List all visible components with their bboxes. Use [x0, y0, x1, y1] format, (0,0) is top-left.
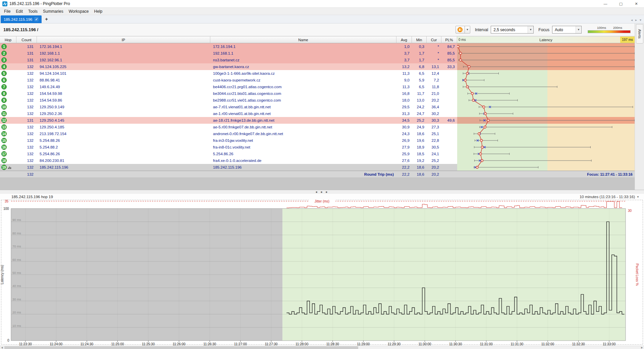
min-cell: 6,5 — [412, 70, 427, 77]
count-cell: 131 — [16, 43, 37, 50]
svg-text:30 ms: 30 ms — [12, 297, 21, 301]
svg-text:80 ms: 80 ms — [12, 231, 21, 235]
minimize-button[interactable]: — — [598, 0, 613, 8]
hop-cell: 8 — [0, 90, 16, 97]
trace-row-hop-7[interactable]: 7132149.6.24.49be4406.ccr21.prg01.atlas.… — [0, 83, 635, 90]
svg-text:60 ms: 60 ms — [12, 258, 21, 261]
hop-number-badge: 3 — [1, 57, 7, 63]
column-name[interactable]: Name — [210, 36, 396, 43]
latency-scale-max: 197 ms — [620, 37, 635, 43]
menu-summaries[interactable]: Summaries — [40, 8, 66, 15]
name-cell: be4406.ccr21.prg01.atlas.cogentco.com — [210, 83, 396, 90]
svg-text:11:30:00: 11:30:00 — [418, 342, 431, 346]
alerts-side-tab[interactable]: Alerts — [636, 24, 643, 44]
hop-number-badge: 9 — [1, 98, 7, 103]
latency-timeline-chart[interactable]: 10 ms20 ms30 ms40 ms50 ms60 ms70 ms80 ms… — [0, 200, 644, 346]
column-min[interactable]: Min — [412, 36, 427, 43]
name-cell: ae-18.r21.frnkge13.de.bb.gin.ntt.net — [210, 117, 396, 124]
menu-workspace[interactable]: Workspace — [66, 8, 92, 15]
trace-row-hop-14[interactable]: 14132213.198.72.154andronet-0.r00.frnkge… — [0, 130, 635, 137]
tab-list-dropdown-icon[interactable]: ▾ — [640, 18, 641, 22]
name-cell: fra-in8-01c.voxility.net — [210, 144, 396, 151]
hop-cell: 15 — [0, 137, 16, 144]
latency-cell — [457, 144, 635, 151]
tab-nav-controls: ◂ ▸ ▾ — [631, 18, 644, 23]
close-button[interactable]: ✕ — [629, 0, 644, 8]
pl-cell — [441, 90, 457, 97]
trace-row-hop-19[interactable]: 19132185.242.115.196185.242.115.19622,21… — [0, 164, 635, 171]
avg-cell: 1,0 — [396, 43, 412, 50]
trace-row-hop-10[interactable]: 10132129.250.9.149ae-7.r01.vienat01.at.b… — [0, 104, 635, 110]
maximize-button[interactable]: ▢ — [613, 0, 629, 8]
scroll-right-arrow-icon[interactable]: ▶ — [640, 346, 644, 349]
svg-text:40 ms: 40 ms — [12, 284, 21, 288]
round-trip-summary-row[interactable]: 132 Round Trip (ms) 22,2 18,6 20,2 Focus… — [0, 171, 635, 177]
panel-splitter[interactable]: ● ● ● — [0, 190, 644, 194]
trace-row-hop-3[interactable]: 3131192.162.96.1ns3.bartanet.cz3,71,7*85… — [0, 57, 635, 63]
trace-row-hop-1[interactable]: 1131172.16.194.1172.16.194.11,00,3*84,7 — [0, 43, 635, 50]
cur-cell: 20,2 — [427, 97, 441, 104]
avg-cell: 25,9 — [396, 151, 412, 157]
tab-scroll-right-icon[interactable]: ▸ — [635, 18, 637, 22]
scrollbar-thumb[interactable] — [4, 346, 358, 349]
check-icon: ✓ — [34, 17, 39, 21]
pause-dropdown-button[interactable]: ▼ — [465, 26, 470, 34]
name-cell: ae-1.r00.vienat01.at.bb.gin.ntt.net — [210, 110, 396, 117]
trace-row-hop-17[interactable]: 171325.254.86.265.254.86.2625,918,524,1 — [0, 151, 635, 157]
trace-row-hop-16[interactable]: 161325.254.88.2fra-in8-01c.voxility.net2… — [0, 144, 635, 151]
column-hop[interactable]: Hop — [0, 36, 16, 43]
trace-row-hop-18[interactable]: 1813284.200.230.81fra4.xe-0-1-0.accelera… — [0, 157, 635, 164]
column-pl[interactable]: PL% — [441, 36, 457, 43]
interval-label: Interval — [475, 27, 488, 32]
column-count[interactable]: Count — [16, 36, 37, 43]
scroll-left-arrow-icon[interactable]: ◀ — [0, 346, 4, 349]
latency-cell — [457, 57, 635, 63]
latency-cell — [457, 63, 635, 70]
interval-select[interactable]: 2,5 seconds ▼ — [491, 26, 534, 34]
pl-cell: 33,3 — [441, 63, 457, 70]
svg-text:Jitter (ms): Jitter (ms) — [315, 200, 329, 203]
graphed-hop-icon — [8, 166, 11, 169]
svg-text:Latency (ms): Latency (ms) — [0, 265, 4, 284]
min-cell: 24,9 — [412, 124, 427, 130]
column-ip[interactable]: IP — [37, 36, 210, 43]
trace-row-hop-11[interactable]: 11132129.250.2.36ae-1.r00.vienat01.at.bb… — [0, 110, 635, 117]
trace-row-hop-15[interactable]: 151325.254.88.26fra-in3-01gw.voxility.ne… — [0, 137, 635, 144]
min-cell: 18,6 — [412, 164, 427, 171]
menu-edit[interactable]: Edit — [13, 8, 25, 15]
horizontal-scrollbar[interactable]: ◀ ▶ — [0, 346, 644, 349]
tab-target[interactable]: 185.242.115.196 ✓ — [1, 15, 42, 23]
new-tab-button[interactable]: + — [43, 16, 50, 22]
pl-cell — [441, 110, 457, 117]
trace-row-hop-12[interactable]: 12131129.250.4.145ae-18.r21.frnkge13.de.… — [0, 117, 635, 124]
menu-tools[interactable]: Tools — [25, 8, 40, 15]
focus-select[interactable]: Auto ▼ — [552, 26, 582, 34]
trace-row-hop-5[interactable]: 513294.124.104.101100ge3-1-1-666.asr9k-s… — [0, 70, 635, 77]
time-range-select[interactable]: 10 minutes (11:23:16 - 11:33:16) ▼ — [580, 195, 639, 199]
menu-help[interactable]: Help — [92, 8, 105, 15]
min-cell: 24,2 — [412, 104, 427, 110]
svg-text:11:26:00: 11:26:00 — [173, 342, 186, 346]
pl-cell — [441, 77, 457, 83]
trace-row-hop-13[interactable]: 13132129.250.4.185ae-5.r00.frnkge07.de.b… — [0, 124, 635, 130]
ip-cell: 88.86.98.41 — [37, 77, 210, 83]
menu-file[interactable]: File — [1, 8, 13, 15]
min-cell: 25,2 — [412, 117, 427, 124]
trace-row-hop-4[interactable]: 413294.124.105.225gw-bartanet.kaora.cz13… — [0, 63, 635, 70]
column-cur[interactable]: Cur — [427, 36, 441, 43]
name-cell: fra4.xe-0-1-0.accelerated.de — [210, 157, 396, 164]
trace-row-hop-9[interactable]: 9132154.54.59.86be2988.ccr51.vie01.atlas… — [0, 97, 635, 104]
trace-row-hop-8[interactable]: 8132154.54.59.98be3044.ccr21.bts01.atlas… — [0, 90, 635, 97]
latency-cell — [457, 157, 635, 164]
avg-cell: 18,0 — [396, 97, 412, 104]
tab-scroll-left-icon[interactable]: ◂ — [631, 18, 633, 22]
svg-text:11:31:00: 11:31:00 — [480, 342, 493, 346]
ip-cell: 5.254.88.2 — [37, 144, 210, 151]
trace-row-hop-6[interactable]: 613288.86.98.41cust-kaora-supernetwork.c… — [0, 77, 635, 83]
pause-button[interactable] — [455, 26, 465, 34]
trace-row-hop-2[interactable]: 2131192.168.1.1192.168.1.13,71,7*85,5 — [0, 50, 635, 57]
svg-text:11:30:30: 11:30:30 — [449, 342, 462, 346]
hop-cell: 12 — [0, 117, 16, 124]
column-avg[interactable]: Avg — [396, 36, 412, 43]
trace-table-panel: Hop Count IP Name Avg Min Cur PL% 0 ms L… — [0, 36, 635, 177]
